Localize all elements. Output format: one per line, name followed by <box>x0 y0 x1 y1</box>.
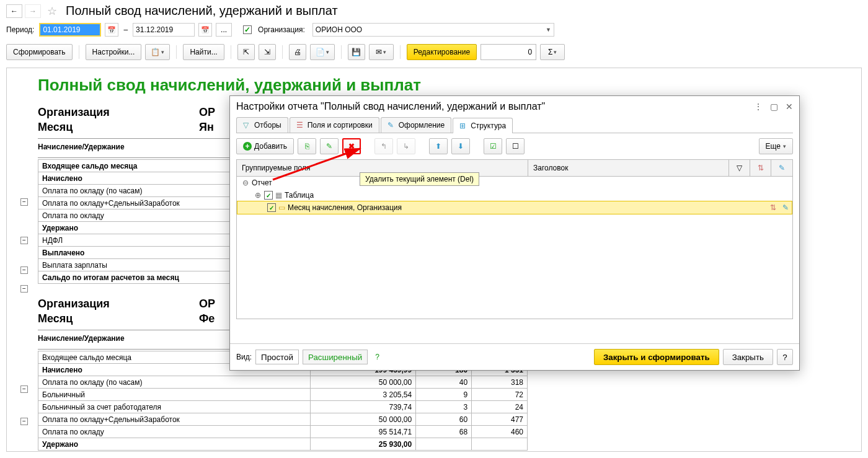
style-icon <box>388 121 396 130</box>
outline-gutter: − − − − − − <box>20 198 33 452</box>
group-up-icon[interactable]: ↰ <box>374 138 393 154</box>
org-label: Организация: <box>258 25 305 34</box>
date-to-calendar-icon[interactable]: 📅 <box>198 23 212 37</box>
sort-column-icon[interactable]: ⇅ <box>750 160 771 176</box>
collapse-all-icon[interactable]: ⇲ <box>259 44 276 60</box>
tree-row-table[interactable]: ⊕ ✓ ▦ Таблица <box>237 189 792 201</box>
save-icon[interactable]: 💾 <box>348 44 365 60</box>
date-to-input[interactable] <box>133 23 195 37</box>
tab-structure[interactable]: Структура <box>453 118 513 133</box>
month-header-value: Фе <box>199 311 215 326</box>
table-row[interactable]: Оплата по окладу (по часам)50 000,004031… <box>38 376 528 389</box>
month-header-value: Ян <box>199 120 214 134</box>
edit-mode-button[interactable]: Редактирование <box>407 44 477 60</box>
period-dialog-button[interactable]: ... <box>216 23 232 37</box>
grid-header: Группируемые поля Заголовок ▽ ⇅ ✎ <box>236 159 793 177</box>
edit-item-icon[interactable]: ✎ <box>320 138 339 154</box>
number-input[interactable] <box>480 44 536 60</box>
outline-collapse-icon[interactable]: − <box>20 266 28 274</box>
grid-col-title: Заголовок <box>528 160 729 176</box>
tab-fields[interactable]: Поля и сортировки <box>290 117 379 133</box>
outline-collapse-icon[interactable]: − <box>20 385 28 393</box>
group-icon: ▭ <box>278 203 285 212</box>
row-sort-icon[interactable]: ⇅ <box>770 203 776 212</box>
page-title: Полный свод начислений, удержаний и выпл… <box>66 4 338 18</box>
filter-icon <box>243 121 252 130</box>
print-dropdown-icon[interactable]: 📄▾ <box>310 44 335 60</box>
filter-column-icon[interactable]: ▽ <box>729 160 750 176</box>
group-down-icon[interactable]: ↳ <box>397 138 415 154</box>
sigma-button[interactable]: Σ▾ <box>540 44 565 60</box>
outline-collapse-icon[interactable]: − <box>20 285 28 293</box>
add-button[interactable]: Добавить <box>236 138 294 154</box>
table-row[interactable]: Удержано25 930,00 <box>38 438 528 451</box>
uncheck-all-icon[interactable]: ☐ <box>506 138 525 154</box>
view-label: Вид: <box>236 353 252 361</box>
month-header-label: Месяц <box>38 311 199 326</box>
collapse-icon[interactable]: ⊖ <box>242 178 249 187</box>
fields-icon <box>296 121 305 130</box>
date-from-calendar-icon[interactable]: 📅 <box>105 23 118 37</box>
check-all-icon[interactable]: ☑ <box>484 138 502 154</box>
more-button[interactable]: Еще ▾ <box>759 138 793 154</box>
org-header-value: ОР <box>199 105 215 120</box>
mode-simple-button[interactable]: Простой <box>255 350 299 364</box>
close-and-generate-button[interactable]: Закрыть и сформировать <box>594 349 719 365</box>
close-icon[interactable]: ✕ <box>786 102 793 112</box>
report-title: Полный свод начислений, удержаний и выпл… <box>38 76 861 95</box>
favorite-star-icon[interactable]: ☆ <box>46 5 58 17</box>
generate-button[interactable]: Сформировать <box>6 44 73 60</box>
help-button[interactable]: ? <box>777 349 793 365</box>
move-up-icon[interactable]: ⬆ <box>429 138 448 154</box>
table-row[interactable]: Больничный за счет работодателя739,74324 <box>38 401 528 413</box>
row-style-icon[interactable]: ✎ <box>782 203 789 212</box>
tree-row-report[interactable]: ⊖ Отчет <box>237 177 792 189</box>
org-header-value: ОР <box>199 296 215 311</box>
kebab-menu-icon[interactable]: ⋮ <box>754 102 763 112</box>
month-header-label: Месяц <box>38 120 199 134</box>
period-label: Период: <box>6 25 34 34</box>
close-button[interactable]: Закрыть <box>723 349 773 365</box>
add-group-icon[interactable]: ⎘ <box>298 138 316 154</box>
org-select[interactable]: ОРИОН ООО ▼ <box>312 23 554 37</box>
settings-variants-button[interactable]: 📋▾ <box>145 44 170 60</box>
outline-collapse-icon[interactable]: − <box>20 198 28 206</box>
delete-tooltip: Удалить текущий элемент (Del) <box>360 172 479 186</box>
find-button[interactable]: Найти... <box>183 44 224 60</box>
grid-body[interactable]: ⊖ Отчет ⊕ ✓ ▦ Таблица ✓ ▭ Месяц начислен… <box>236 177 793 319</box>
tab-filters[interactable]: Отборы <box>236 117 288 133</box>
tree-row-selected[interactable]: ✓ ▭ Месяц начисления, Организация ⇅ ✎ <box>237 201 792 214</box>
mode-advanced-button[interactable]: Расширенный <box>303 350 368 364</box>
print-icon[interactable]: 🖨 <box>289 44 306 60</box>
table-row[interactable]: Оплата по окладу95 514,7168460 <box>38 426 528 438</box>
org-checkbox[interactable]: ✓ <box>243 25 252 34</box>
tab-style[interactable]: Оформление <box>381 117 451 133</box>
delete-item-button[interactable]: ✖ <box>342 138 361 154</box>
expand-all-icon[interactable]: ⇱ <box>237 44 255 60</box>
table-icon: ▦ <box>275 191 282 200</box>
table-row[interactable]: Оплата по окладу+СдельныйЗаработок50 000… <box>38 413 528 426</box>
forward-button[interactable]: → <box>25 4 41 18</box>
back-button[interactable]: ← <box>6 4 22 18</box>
move-down-icon[interactable]: ⬇ <box>451 138 470 154</box>
chevron-down-icon: ▾ <box>783 143 786 149</box>
dialog-title: Настройки отчета "Полный свод начислений… <box>236 101 545 112</box>
table-row[interactable]: Больничный3 205,54972 <box>38 389 528 401</box>
tree-checkbox[interactable]: ✓ <box>264 191 273 200</box>
outline-collapse-icon[interactable]: − <box>20 418 28 425</box>
tree-checkbox[interactable]: ✓ <box>267 203 276 212</box>
tab-row: Отборы Поля и сортировки Оформление Стру… <box>236 117 793 133</box>
settings-button[interactable]: Настройки... <box>86 44 142 60</box>
maximize-icon[interactable]: ▢ <box>770 102 778 112</box>
date-from-input[interactable] <box>40 24 100 35</box>
org-header-label: Организация <box>38 105 199 120</box>
settings-dialog: Настройки отчета "Полный свод начислений… <box>229 95 800 371</box>
outline-collapse-icon[interactable]: − <box>20 237 28 244</box>
org-value: ОРИОН ООО <box>316 25 362 34</box>
expand-icon[interactable]: ⊕ <box>254 191 262 200</box>
structure-icon <box>459 121 468 130</box>
help-link[interactable]: ? <box>375 353 379 361</box>
email-icon[interactable]: ✉▾ <box>369 44 394 60</box>
chevron-down-icon: ▼ <box>546 27 551 33</box>
style-column-icon[interactable]: ✎ <box>771 160 792 176</box>
